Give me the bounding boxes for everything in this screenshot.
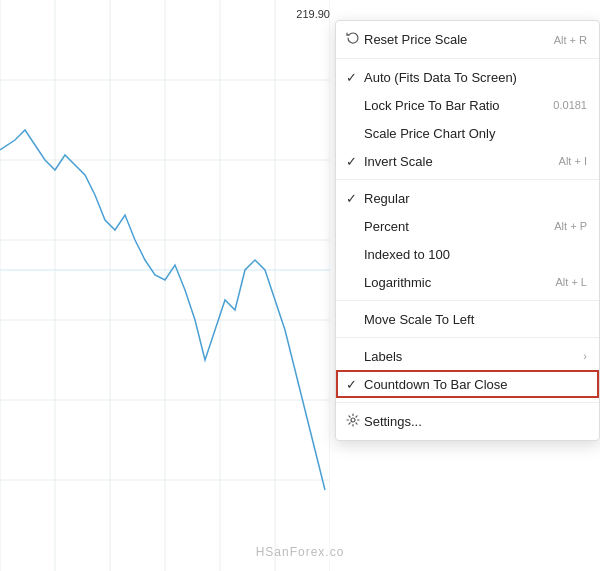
menu-item-lock-price[interactable]: Lock Price To Bar Ratio0.0181 <box>336 91 599 119</box>
menu-divider <box>336 337 599 338</box>
menu-divider <box>336 179 599 180</box>
menu-label-scale-price-only: Scale Price Chart Only <box>364 126 587 141</box>
menu-label-labels: Labels <box>364 349 583 364</box>
svg-point-14 <box>351 418 355 422</box>
menu-item-scale-price-only[interactable]: Scale Price Chart Only <box>336 119 599 147</box>
menu-label-lock-price: Lock Price To Bar Ratio <box>364 98 549 113</box>
menu-label-percent: Percent <box>364 219 546 234</box>
menu-label-indexed-100: Indexed to 100 <box>364 247 587 262</box>
menu-divider <box>336 58 599 59</box>
menu-label-regular: Regular <box>364 191 587 206</box>
menu-item-labels[interactable]: Labels› <box>336 342 599 370</box>
check-icon-reset-price-scale <box>346 31 364 48</box>
menu-label-move-scale-left: Move Scale To Left <box>364 312 587 327</box>
menu-label-countdown: Countdown To Bar Close <box>364 377 587 392</box>
menu-label-invert-scale: Invert Scale <box>364 154 551 169</box>
watermark: HSanForex.co <box>256 545 345 559</box>
check-icon-invert-scale: ✓ <box>346 154 364 169</box>
menu-label-reset-price-scale: Reset Price Scale <box>364 32 546 47</box>
check-icon-settings <box>346 413 364 430</box>
menu-item-settings[interactable]: Settings... <box>336 407 599 436</box>
menu-item-auto-fits[interactable]: ✓Auto (Fits Data To Screen) <box>336 63 599 91</box>
chart-line <box>0 0 330 571</box>
check-icon-countdown: ✓ <box>346 377 364 392</box>
menu-item-move-scale-left[interactable]: Move Scale To Left <box>336 305 599 333</box>
menu-item-percent[interactable]: PercentAlt + P <box>336 212 599 240</box>
menu-shortcut-percent: Alt + P <box>554 220 587 232</box>
menu-item-countdown[interactable]: ✓Countdown To Bar Close <box>336 370 599 398</box>
menu-divider <box>336 402 599 403</box>
menu-label-auto-fits: Auto (Fits Data To Screen) <box>364 70 587 85</box>
price-label: 219.90 <box>296 8 330 20</box>
menu-value-lock-price: 0.0181 <box>553 99 587 111</box>
check-icon-regular: ✓ <box>346 191 364 206</box>
menu-shortcut-reset-price-scale: Alt + R <box>554 34 587 46</box>
menu-item-logarithmic[interactable]: LogarithmicAlt + L <box>336 268 599 296</box>
menu-item-reset-price-scale[interactable]: Reset Price ScaleAlt + R <box>336 25 599 54</box>
menu-item-indexed-100[interactable]: Indexed to 100 <box>336 240 599 268</box>
menu-shortcut-invert-scale: Alt + I <box>559 155 587 167</box>
menu-item-regular[interactable]: ✓Regular <box>336 184 599 212</box>
chevron-right-icon-labels: › <box>583 350 587 362</box>
menu-divider <box>336 300 599 301</box>
menu-item-invert-scale[interactable]: ✓Invert ScaleAlt + I <box>336 147 599 175</box>
menu-label-logarithmic: Logarithmic <box>364 275 548 290</box>
check-icon-auto-fits: ✓ <box>346 70 364 85</box>
context-menu: Reset Price ScaleAlt + R✓Auto (Fits Data… <box>335 20 600 441</box>
menu-shortcut-logarithmic: Alt + L <box>556 276 588 288</box>
menu-label-settings: Settings... <box>364 414 587 429</box>
